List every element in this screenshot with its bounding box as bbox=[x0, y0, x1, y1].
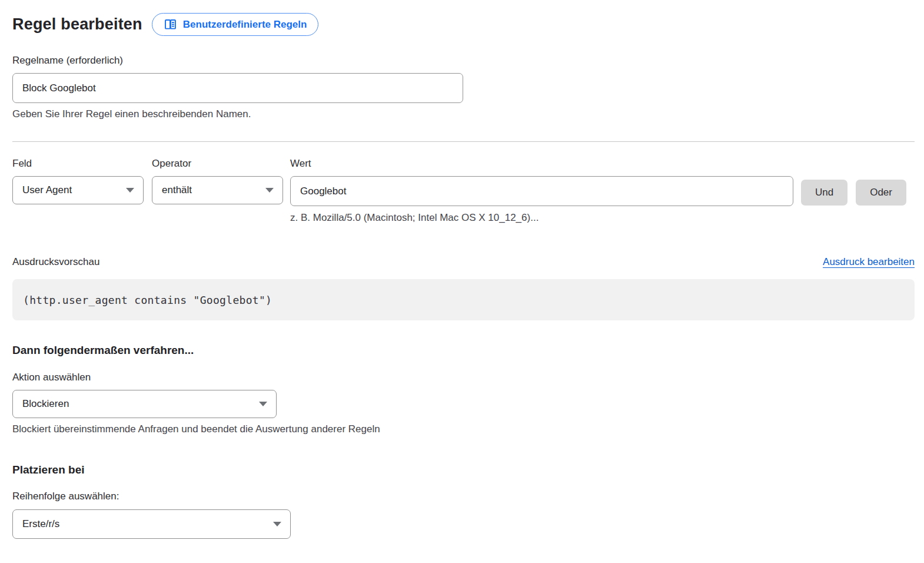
order-select-value: Erste/r/s bbox=[22, 518, 59, 530]
field-select-value: User Agent bbox=[22, 184, 72, 196]
action-select-value: Blockieren bbox=[22, 398, 69, 410]
action-heading: Dann folgendermaßen verfahren... bbox=[12, 344, 915, 357]
value-input[interactable] bbox=[290, 176, 793, 206]
caret-down-icon bbox=[126, 188, 134, 193]
caret-down-icon bbox=[265, 188, 274, 193]
field-select[interactable]: User Agent bbox=[12, 176, 144, 204]
rule-name-input[interactable] bbox=[12, 73, 463, 103]
rule-name-label: Regelname (erforderlich) bbox=[12, 55, 915, 67]
caret-down-icon bbox=[259, 402, 267, 406]
order-label: Reihenfolge auswählen: bbox=[12, 491, 915, 502]
and-button[interactable]: Und bbox=[801, 180, 847, 206]
action-section: Dann folgendermaßen verfahren... Aktion … bbox=[12, 344, 915, 435]
field-label: Feld bbox=[12, 158, 144, 170]
condition-section: Feld User Agent Operator enthält Wert z.… bbox=[12, 158, 915, 224]
rule-name-help: Geben Sie Ihrer Regel einen beschreibend… bbox=[12, 108, 915, 120]
book-open-icon bbox=[164, 18, 177, 31]
docs-button-label: Benutzerdefinierte Regeln bbox=[183, 19, 307, 31]
page-header: Regel bearbeiten Benutzerdefinierte Rege… bbox=[12, 13, 915, 36]
rule-name-section: Regelname (erforderlich) Geben Sie Ihrer… bbox=[12, 55, 915, 120]
caret-down-icon bbox=[273, 522, 281, 526]
page-title: Regel bearbeiten bbox=[12, 15, 142, 34]
section-divider bbox=[12, 141, 915, 142]
expression-preview-box: (http.user_agent contains "Googlebot") bbox=[12, 279, 915, 320]
operator-select[interactable]: enthält bbox=[152, 176, 283, 204]
expression-code: (http.user_agent contains "Googlebot") bbox=[23, 294, 272, 306]
operator-select-value: enthält bbox=[162, 184, 192, 196]
edit-expression-link[interactable]: Ausdruck bearbeiten bbox=[823, 256, 915, 268]
action-select[interactable]: Blockieren bbox=[12, 390, 277, 418]
placement-section: Platzieren bei Reihenfolge auswählen: Er… bbox=[12, 463, 915, 539]
expression-section: Ausdrucksvorschau Ausdruck bearbeiten (h… bbox=[12, 256, 915, 320]
logic-buttons: Und Oder bbox=[801, 158, 906, 206]
expression-preview-label: Ausdrucksvorschau bbox=[12, 256, 99, 268]
action-label: Aktion auswählen bbox=[12, 372, 915, 383]
order-select[interactable]: Erste/r/s bbox=[12, 509, 291, 539]
custom-rules-docs-button[interactable]: Benutzerdefinierte Regeln bbox=[152, 13, 319, 36]
action-help: Blockiert übereinstimmende Anfragen und … bbox=[12, 423, 915, 435]
placement-heading: Platzieren bei bbox=[12, 463, 915, 476]
value-help: z. B. Mozilla/5.0 (Macintosh; Intel Mac … bbox=[290, 212, 793, 224]
value-label: Wert bbox=[290, 158, 793, 170]
or-button[interactable]: Oder bbox=[856, 180, 906, 206]
operator-label: Operator bbox=[152, 158, 283, 170]
